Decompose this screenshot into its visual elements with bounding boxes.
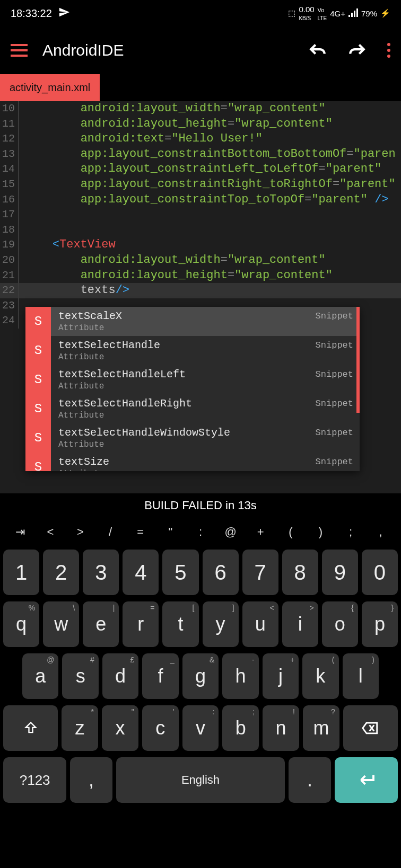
key-b[interactable]: b; [222, 705, 259, 751]
svg-rect-4 [11, 44, 28, 46]
key-l[interactable]: l) [343, 653, 379, 699]
redo-icon[interactable] [348, 41, 366, 60]
key-e[interactable]: e| [83, 601, 119, 647]
symbol-key[interactable]: ) [306, 522, 336, 542]
line-code[interactable]: app:layout_constraintLeft_toLeftOf="pare… [19, 162, 381, 177]
key-i[interactable]: i> [282, 601, 318, 647]
editor-line[interactable]: 21 android:layout_height="wrap_content" [0, 268, 401, 284]
enter-key[interactable] [335, 757, 398, 803]
line-code[interactable]: app:layout_constraintTop_toTopOf="parent… [19, 192, 389, 208]
symbol-key[interactable]: : [186, 522, 216, 542]
symbol-key[interactable]: ; [336, 522, 366, 542]
line-code[interactable]: <TextView [19, 237, 116, 253]
line-code[interactable] [19, 207, 24, 223]
key-q[interactable]: q% [3, 601, 39, 647]
editor-line[interactable]: 15 app:layout_constraintRight_toRightOf=… [0, 177, 401, 192]
key-5[interactable]: 5 [162, 550, 198, 595]
editor-line[interactable]: 16 app:layout_constraintTop_toTopOf="par… [0, 192, 401, 208]
key-0[interactable]: 0 [362, 550, 398, 595]
key-p[interactable]: p} [362, 601, 398, 647]
key-h[interactable]: h- [222, 653, 258, 699]
autocomplete-item[interactable]: S textSize Attribute Snippet [25, 453, 360, 471]
symbol-key[interactable]: , [365, 522, 396, 542]
autocomplete-item[interactable]: S textSelectHandleWindowStyle Attribute … [25, 423, 360, 453]
autocomplete-item[interactable]: S textScaleX Attribute Snippet [25, 307, 360, 336]
editor-line[interactable]: 13 app:layout_constraintBottom_toBottomO… [0, 147, 401, 162]
editor-line[interactable]: 11 android:layout_height="wrap_content" [0, 117, 401, 132]
symbol-key[interactable]: ( [275, 522, 306, 542]
key-s[interactable]: s# [62, 653, 98, 699]
editor-line[interactable]: 17 [0, 207, 401, 223]
key-u[interactable]: u< [242, 601, 278, 647]
autocomplete-item[interactable]: S textSelectHandleLeft Attribute Snippet [25, 365, 360, 394]
undo-icon[interactable] [309, 41, 327, 60]
symbol-key[interactable]: ⇥ [5, 522, 36, 542]
mode-key[interactable]: ?123 [3, 757, 66, 803]
period-key[interactable]: . [289, 757, 331, 803]
shift-key[interactable] [3, 705, 58, 751]
editor-line[interactable]: 12 android:text="Hello User!" [0, 131, 401, 147]
editor-line[interactable]: 22 texts/> [0, 283, 401, 298]
autocomplete-popup[interactable]: S textScaleX Attribute Snippet S textSel… [25, 307, 360, 471]
key-m[interactable]: m? [303, 705, 339, 751]
editor-line[interactable]: 10 android:layout_width="wrap_content" [0, 101, 401, 117]
key-r[interactable]: r= [123, 601, 159, 647]
key-x[interactable]: x" [102, 705, 138, 751]
symbol-key[interactable]: @ [215, 522, 246, 542]
code-editor[interactable]: 10 android:layout_width="wrap_content"11… [0, 101, 401, 493]
key-c[interactable]: c' [142, 705, 179, 751]
key-t[interactable]: t[ [162, 601, 198, 647]
key-3[interactable]: 3 [83, 550, 119, 595]
key-j[interactable]: j+ [263, 653, 299, 699]
status-bar: 18:33:22 ⬚ 0.00 KB/S Vo LTE 4G+ 79% ⚡ [0, 0, 401, 26]
key-a[interactable]: a@ [22, 653, 58, 699]
symbol-key[interactable]: < [36, 522, 66, 542]
line-code[interactable]: app:layout_constraintBottom_toBottomOf="… [19, 147, 396, 162]
key-4[interactable]: 4 [123, 550, 159, 595]
line-code[interactable] [19, 223, 24, 238]
line-code[interactable] [19, 298, 24, 314]
line-code[interactable]: android:text="Hello User!" [19, 131, 263, 147]
key-o[interactable]: o{ [322, 601, 358, 647]
backspace-key[interactable] [343, 705, 398, 751]
key-y[interactable]: y] [203, 601, 239, 647]
symbol-key[interactable]: + [246, 522, 276, 542]
symbol-key[interactable]: = [125, 522, 155, 542]
line-code[interactable]: android:layout_width="wrap_content" [19, 253, 326, 268]
key-1[interactable]: 1 [3, 550, 39, 595]
key-d[interactable]: d£ [102, 653, 138, 699]
editor-line[interactable]: 18 [0, 223, 401, 238]
more-icon[interactable] [387, 43, 390, 58]
line-code[interactable]: android:layout_height="wrap_content" [19, 268, 333, 284]
key-8[interactable]: 8 [282, 550, 318, 595]
key-2[interactable]: 2 [43, 550, 79, 595]
symbol-key[interactable]: " [155, 522, 186, 542]
key-7[interactable]: 7 [242, 550, 278, 595]
key-n[interactable]: n! [263, 705, 299, 751]
key-w[interactable]: w\ [43, 601, 79, 647]
key-k[interactable]: k( [302, 653, 338, 699]
editor-line[interactable]: 19 <TextView [0, 237, 401, 253]
tab-active[interactable]: activity_main.xml [0, 74, 100, 101]
symbol-key[interactable]: > [65, 522, 95, 542]
line-code[interactable]: texts/> [19, 283, 129, 298]
line-code[interactable]: app:layout_constraintRight_toRightOf="pa… [19, 177, 396, 192]
charging-icon: ⚡ [380, 8, 390, 18]
line-code[interactable]: android:layout_width="wrap_content" [19, 101, 326, 117]
editor-line[interactable]: 14 app:layout_constraintLeft_toLeftOf="p… [0, 162, 401, 177]
key-6[interactable]: 6 [203, 550, 239, 595]
symbol-key[interactable]: / [95, 522, 126, 542]
key-v[interactable]: v: [182, 705, 219, 751]
autocomplete-scrollbar[interactable] [356, 307, 360, 413]
line-code[interactable]: android:layout_height="wrap_content" [19, 117, 333, 132]
autocomplete-item[interactable]: S textSelectHandle Attribute Snippet [25, 336, 360, 365]
editor-line[interactable]: 20 android:layout_width="wrap_content" [0, 253, 401, 268]
key-g[interactable]: g& [182, 653, 219, 699]
space-key[interactable]: English [116, 757, 285, 803]
key-f[interactable]: f_ [142, 653, 178, 699]
autocomplete-item[interactable]: S textSelectHandleRight Attribute Snippe… [25, 394, 360, 423]
key-9[interactable]: 9 [322, 550, 358, 595]
comma-key[interactable]: , [70, 757, 112, 803]
menu-icon[interactable] [11, 40, 28, 61]
key-z[interactable]: z* [62, 705, 98, 751]
